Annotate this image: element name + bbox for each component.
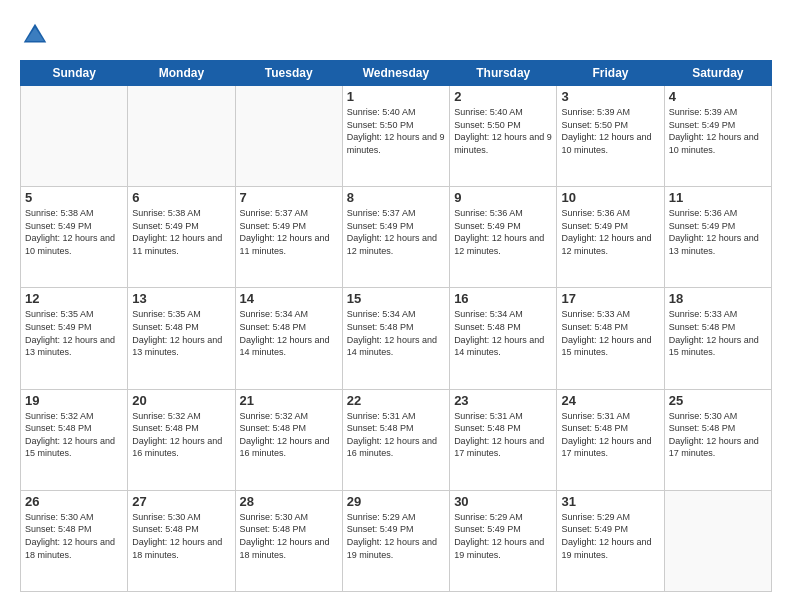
day-cell-13: 13Sunrise: 5:35 AM Sunset: 5:48 PM Dayli… bbox=[128, 288, 235, 389]
day-info: Sunrise: 5:31 AM Sunset: 5:48 PM Dayligh… bbox=[561, 410, 659, 460]
day-cell-empty bbox=[664, 490, 771, 591]
day-cell-25: 25Sunrise: 5:30 AM Sunset: 5:48 PM Dayli… bbox=[664, 389, 771, 490]
day-info: Sunrise: 5:32 AM Sunset: 5:48 PM Dayligh… bbox=[240, 410, 338, 460]
day-info: Sunrise: 5:29 AM Sunset: 5:49 PM Dayligh… bbox=[561, 511, 659, 561]
day-cell-23: 23Sunrise: 5:31 AM Sunset: 5:48 PM Dayli… bbox=[450, 389, 557, 490]
day-info: Sunrise: 5:36 AM Sunset: 5:49 PM Dayligh… bbox=[454, 207, 552, 257]
page: SundayMondayTuesdayWednesdayThursdayFrid… bbox=[0, 0, 792, 612]
day-info: Sunrise: 5:30 AM Sunset: 5:48 PM Dayligh… bbox=[132, 511, 230, 561]
day-number: 10 bbox=[561, 190, 659, 205]
day-cell-15: 15Sunrise: 5:34 AM Sunset: 5:48 PM Dayli… bbox=[342, 288, 449, 389]
day-cell-empty bbox=[235, 86, 342, 187]
day-info: Sunrise: 5:35 AM Sunset: 5:49 PM Dayligh… bbox=[25, 308, 123, 358]
day-cell-11: 11Sunrise: 5:36 AM Sunset: 5:49 PM Dayli… bbox=[664, 187, 771, 288]
day-cell-27: 27Sunrise: 5:30 AM Sunset: 5:48 PM Dayli… bbox=[128, 490, 235, 591]
day-number: 4 bbox=[669, 89, 767, 104]
day-number: 14 bbox=[240, 291, 338, 306]
day-info: Sunrise: 5:29 AM Sunset: 5:49 PM Dayligh… bbox=[454, 511, 552, 561]
day-info: Sunrise: 5:34 AM Sunset: 5:48 PM Dayligh… bbox=[454, 308, 552, 358]
weekday-header-sunday: Sunday bbox=[21, 61, 128, 86]
day-cell-24: 24Sunrise: 5:31 AM Sunset: 5:48 PM Dayli… bbox=[557, 389, 664, 490]
day-cell-empty bbox=[21, 86, 128, 187]
week-row-3: 12Sunrise: 5:35 AM Sunset: 5:49 PM Dayli… bbox=[21, 288, 772, 389]
day-info: Sunrise: 5:31 AM Sunset: 5:48 PM Dayligh… bbox=[454, 410, 552, 460]
day-cell-21: 21Sunrise: 5:32 AM Sunset: 5:48 PM Dayli… bbox=[235, 389, 342, 490]
weekday-header-saturday: Saturday bbox=[664, 61, 771, 86]
weekday-header-friday: Friday bbox=[557, 61, 664, 86]
day-number: 26 bbox=[25, 494, 123, 509]
day-number: 21 bbox=[240, 393, 338, 408]
day-number: 13 bbox=[132, 291, 230, 306]
day-number: 1 bbox=[347, 89, 445, 104]
day-number: 12 bbox=[25, 291, 123, 306]
weekday-header-wednesday: Wednesday bbox=[342, 61, 449, 86]
day-number: 28 bbox=[240, 494, 338, 509]
day-info: Sunrise: 5:34 AM Sunset: 5:48 PM Dayligh… bbox=[240, 308, 338, 358]
day-info: Sunrise: 5:36 AM Sunset: 5:49 PM Dayligh… bbox=[561, 207, 659, 257]
day-cell-2: 2Sunrise: 5:40 AM Sunset: 5:50 PM Daylig… bbox=[450, 86, 557, 187]
day-number: 5 bbox=[25, 190, 123, 205]
day-number: 6 bbox=[132, 190, 230, 205]
day-cell-12: 12Sunrise: 5:35 AM Sunset: 5:49 PM Dayli… bbox=[21, 288, 128, 389]
week-row-1: 1Sunrise: 5:40 AM Sunset: 5:50 PM Daylig… bbox=[21, 86, 772, 187]
week-row-2: 5Sunrise: 5:38 AM Sunset: 5:49 PM Daylig… bbox=[21, 187, 772, 288]
day-cell-30: 30Sunrise: 5:29 AM Sunset: 5:49 PM Dayli… bbox=[450, 490, 557, 591]
day-info: Sunrise: 5:40 AM Sunset: 5:50 PM Dayligh… bbox=[347, 106, 445, 156]
day-cell-18: 18Sunrise: 5:33 AM Sunset: 5:48 PM Dayli… bbox=[664, 288, 771, 389]
day-cell-6: 6Sunrise: 5:38 AM Sunset: 5:49 PM Daylig… bbox=[128, 187, 235, 288]
day-cell-10: 10Sunrise: 5:36 AM Sunset: 5:49 PM Dayli… bbox=[557, 187, 664, 288]
day-number: 24 bbox=[561, 393, 659, 408]
weekday-header-tuesday: Tuesday bbox=[235, 61, 342, 86]
day-cell-19: 19Sunrise: 5:32 AM Sunset: 5:48 PM Dayli… bbox=[21, 389, 128, 490]
week-row-5: 26Sunrise: 5:30 AM Sunset: 5:48 PM Dayli… bbox=[21, 490, 772, 591]
day-cell-31: 31Sunrise: 5:29 AM Sunset: 5:49 PM Dayli… bbox=[557, 490, 664, 591]
day-info: Sunrise: 5:36 AM Sunset: 5:49 PM Dayligh… bbox=[669, 207, 767, 257]
day-info: Sunrise: 5:38 AM Sunset: 5:49 PM Dayligh… bbox=[25, 207, 123, 257]
day-number: 17 bbox=[561, 291, 659, 306]
day-number: 8 bbox=[347, 190, 445, 205]
day-number: 27 bbox=[132, 494, 230, 509]
logo bbox=[20, 20, 54, 50]
day-info: Sunrise: 5:39 AM Sunset: 5:49 PM Dayligh… bbox=[669, 106, 767, 156]
day-cell-29: 29Sunrise: 5:29 AM Sunset: 5:49 PM Dayli… bbox=[342, 490, 449, 591]
day-cell-4: 4Sunrise: 5:39 AM Sunset: 5:49 PM Daylig… bbox=[664, 86, 771, 187]
day-info: Sunrise: 5:31 AM Sunset: 5:48 PM Dayligh… bbox=[347, 410, 445, 460]
day-cell-14: 14Sunrise: 5:34 AM Sunset: 5:48 PM Dayli… bbox=[235, 288, 342, 389]
day-cell-16: 16Sunrise: 5:34 AM Sunset: 5:48 PM Dayli… bbox=[450, 288, 557, 389]
day-cell-26: 26Sunrise: 5:30 AM Sunset: 5:48 PM Dayli… bbox=[21, 490, 128, 591]
day-info: Sunrise: 5:32 AM Sunset: 5:48 PM Dayligh… bbox=[132, 410, 230, 460]
calendar-table: SundayMondayTuesdayWednesdayThursdayFrid… bbox=[20, 60, 772, 592]
day-number: 31 bbox=[561, 494, 659, 509]
day-info: Sunrise: 5:40 AM Sunset: 5:50 PM Dayligh… bbox=[454, 106, 552, 156]
day-cell-7: 7Sunrise: 5:37 AM Sunset: 5:49 PM Daylig… bbox=[235, 187, 342, 288]
day-info: Sunrise: 5:37 AM Sunset: 5:49 PM Dayligh… bbox=[347, 207, 445, 257]
day-number: 11 bbox=[669, 190, 767, 205]
day-cell-20: 20Sunrise: 5:32 AM Sunset: 5:48 PM Dayli… bbox=[128, 389, 235, 490]
day-info: Sunrise: 5:33 AM Sunset: 5:48 PM Dayligh… bbox=[561, 308, 659, 358]
day-number: 29 bbox=[347, 494, 445, 509]
day-info: Sunrise: 5:30 AM Sunset: 5:48 PM Dayligh… bbox=[240, 511, 338, 561]
day-cell-8: 8Sunrise: 5:37 AM Sunset: 5:49 PM Daylig… bbox=[342, 187, 449, 288]
day-number: 9 bbox=[454, 190, 552, 205]
day-info: Sunrise: 5:33 AM Sunset: 5:48 PM Dayligh… bbox=[669, 308, 767, 358]
day-info: Sunrise: 5:37 AM Sunset: 5:49 PM Dayligh… bbox=[240, 207, 338, 257]
day-cell-28: 28Sunrise: 5:30 AM Sunset: 5:48 PM Dayli… bbox=[235, 490, 342, 591]
day-number: 16 bbox=[454, 291, 552, 306]
day-cell-empty bbox=[128, 86, 235, 187]
day-number: 30 bbox=[454, 494, 552, 509]
day-info: Sunrise: 5:35 AM Sunset: 5:48 PM Dayligh… bbox=[132, 308, 230, 358]
day-cell-17: 17Sunrise: 5:33 AM Sunset: 5:48 PM Dayli… bbox=[557, 288, 664, 389]
day-number: 18 bbox=[669, 291, 767, 306]
weekday-header-row: SundayMondayTuesdayWednesdayThursdayFrid… bbox=[21, 61, 772, 86]
week-row-4: 19Sunrise: 5:32 AM Sunset: 5:48 PM Dayli… bbox=[21, 389, 772, 490]
day-info: Sunrise: 5:32 AM Sunset: 5:48 PM Dayligh… bbox=[25, 410, 123, 460]
day-cell-9: 9Sunrise: 5:36 AM Sunset: 5:49 PM Daylig… bbox=[450, 187, 557, 288]
header bbox=[20, 20, 772, 50]
day-number: 22 bbox=[347, 393, 445, 408]
day-number: 15 bbox=[347, 291, 445, 306]
day-info: Sunrise: 5:39 AM Sunset: 5:50 PM Dayligh… bbox=[561, 106, 659, 156]
logo-icon bbox=[20, 20, 50, 50]
day-info: Sunrise: 5:30 AM Sunset: 5:48 PM Dayligh… bbox=[25, 511, 123, 561]
day-number: 7 bbox=[240, 190, 338, 205]
day-number: 23 bbox=[454, 393, 552, 408]
